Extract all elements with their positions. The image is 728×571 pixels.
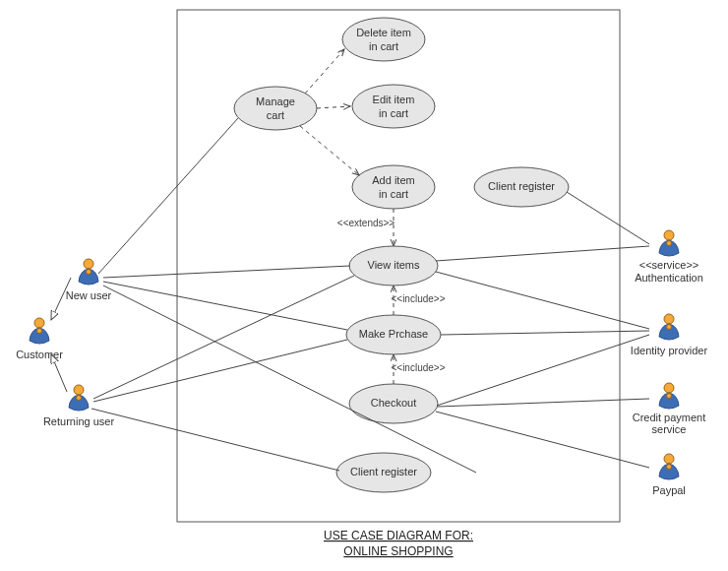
svg-text:Paypal: Paypal <box>652 484 686 496</box>
assoc-new-clientreg-bottom <box>103 286 476 473</box>
usecase-client-register-bottom: Client register <box>336 453 431 492</box>
svg-text:cart: cart <box>267 109 284 121</box>
actor-paypal: Paypal <box>652 454 686 496</box>
actor-authentication: <<service>> Authentication <box>635 230 703 284</box>
usecase-client-register-top: Client register <box>474 167 569 207</box>
svg-text:service: service <box>652 423 687 435</box>
svg-text:Credit payment: Credit payment <box>633 412 706 423</box>
diagram-title-2: ONLINE SHOPPING <box>343 544 453 558</box>
assoc-purchase-identity <box>441 331 649 335</box>
usecase-view-items: View items <box>349 246 438 286</box>
svg-text:Make Prchase: Make Prchase <box>359 328 428 340</box>
svg-text:Manage: Manage <box>256 95 295 107</box>
assoc-checkout-identity <box>437 335 649 406</box>
actor-identity-provider: Identity provider <box>631 314 708 356</box>
assoc-return-purchase <box>93 340 347 402</box>
usecase-manage-cart: Manage cart <box>234 87 317 130</box>
assoc-new-manage <box>98 118 238 274</box>
svg-text:View items: View items <box>368 259 420 271</box>
svg-text:Checkout: Checkout <box>371 397 416 409</box>
assoc-new-purchase <box>103 282 347 330</box>
svg-text:New user: New user <box>66 289 112 301</box>
svg-text:Client register: Client register <box>350 466 417 477</box>
assoc-return-view <box>93 276 354 399</box>
usecase-checkout: Checkout <box>349 384 438 423</box>
svg-text:Delete item: Delete item <box>356 27 411 38</box>
assoc-view-identity <box>436 272 649 329</box>
svg-text:in cart: in cart <box>369 40 398 52</box>
svg-text:Add item: Add item <box>372 174 414 186</box>
svg-text:<<service>>: <<service>> <box>639 259 699 271</box>
assoc-clientreg-auth <box>567 192 649 244</box>
usecase-make-purchase: Make Prchase <box>346 315 441 354</box>
actor-credit-payment: Credit payment service <box>633 383 706 435</box>
svg-text:in cart: in cart <box>379 107 408 119</box>
label-include-1: <<include>> <box>391 293 445 304</box>
svg-text:Edit item: Edit item <box>373 94 415 105</box>
usecase-delete-item: Delete item in cart <box>342 18 425 61</box>
label-extends: <<extends>> <box>337 218 395 228</box>
label-include-2: <<include>> <box>391 362 445 373</box>
assoc-view-auth <box>436 246 649 261</box>
assoc-checkout-paypal <box>436 412 649 468</box>
svg-text:in cart: in cart <box>379 188 408 200</box>
assoc-new-view <box>103 266 350 278</box>
usecase-edit-item: Edit item in cart <box>352 85 435 128</box>
svg-text:Identity provider: Identity provider <box>631 345 708 356</box>
assoc-checkout-credit <box>438 399 649 407</box>
actor-returning-user: Returning user <box>43 385 114 427</box>
svg-text:Authentication: Authentication <box>635 272 703 284</box>
svg-text:Client register: Client register <box>488 180 555 192</box>
assoc-return-clientreg <box>91 409 339 471</box>
dep-manage-delete <box>305 49 344 94</box>
dep-manage-add <box>300 126 359 175</box>
actor-customer: Customer <box>16 318 63 360</box>
usecase-add-item: Add item in cart <box>352 165 435 209</box>
diagram-title-1: USE CASE DIAGRAM FOR: <box>324 529 473 542</box>
svg-text:Returning user: Returning user <box>43 415 114 427</box>
svg-text:Customer: Customer <box>16 349 63 360</box>
diagram-canvas: Manage cart Delete item in cart Edit ite… <box>0 0 728 571</box>
dep-manage-edit <box>317 106 350 108</box>
actor-new-user: New user <box>66 259 112 301</box>
